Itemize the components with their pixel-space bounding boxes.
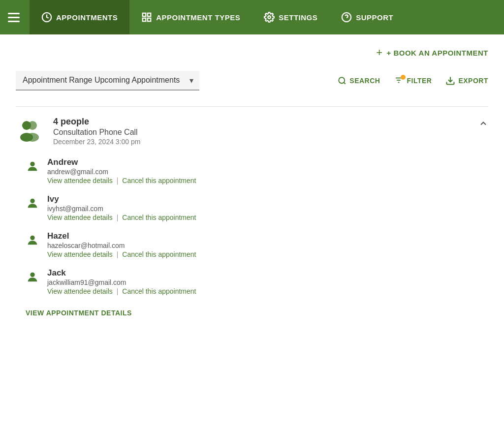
export-label: EXPORT [458, 77, 488, 85]
book-row: + + BOOK AN APPOINTMENT [16, 46, 488, 59]
nav-label-appointment-types: APPOINTMENT TYPES [156, 13, 240, 22]
attendee-email: hazeloscar@hotmail.com [47, 242, 196, 249]
appointment-date: December 23, 2024 3:00 pm [53, 138, 469, 146]
attendee-email: ivyhst@gmail.com [47, 205, 196, 213]
search-label: SEARCH [349, 77, 380, 85]
attendee-actions: View attendee details | Cancel this appo… [47, 250, 196, 258]
cancel-appointment-link[interactable]: Cancel this appointment [122, 214, 196, 221]
plus-icon: + [376, 46, 382, 59]
appointment-type: Consultation Phone Call [53, 128, 469, 137]
attendee-name: Andrew [47, 157, 196, 167]
attendee-actions: View attendee details | Cancel this appo… [47, 177, 196, 184]
nav-item-support[interactable]: SUPPORT [329, 0, 405, 34]
svg-point-18 [30, 162, 34, 166]
nav-label-settings: SETTINGS [279, 13, 317, 22]
person-icon [26, 233, 39, 249]
attendee-actions: View attendee details | Cancel this appo… [47, 287, 196, 295]
svg-point-19 [30, 199, 34, 203]
person-icon [26, 159, 39, 175]
filter-icon-wrapper [394, 76, 404, 86]
cancel-appointment-link[interactable]: Cancel this appointment [122, 177, 196, 184]
view-appointment-details-button[interactable]: VIEW APPOINTMENT DETAILS [26, 309, 132, 317]
attendee-name: Jack [47, 268, 196, 278]
attendee-row: Andrew andrew@gmail.com View attendee de… [26, 157, 488, 184]
svg-point-17 [20, 133, 33, 142]
attendee-details: Andrew andrew@gmail.com View attendee de… [47, 157, 196, 184]
export-button[interactable]: EXPORT [445, 76, 488, 86]
attendee-row: Ivy ivyhst@gmail.com View attendee detai… [26, 194, 488, 221]
appointment-info: 4 people Consultation Phone Call Decembe… [53, 117, 469, 146]
filter-actions: SEARCH FILTER [338, 76, 488, 86]
export-icon [445, 76, 455, 86]
filter-button[interactable]: FILTER [394, 76, 432, 86]
svg-point-20 [30, 236, 34, 240]
attendee-details: Jack jackwilliam91@gmail.com View attend… [47, 268, 196, 295]
chevron-down-icon: ▾ [189, 76, 193, 85]
svg-point-16 [22, 121, 31, 130]
svg-rect-2 [148, 13, 151, 16]
search-button[interactable]: SEARCH [338, 76, 380, 85]
filter-row: Appointment Range Upcoming Appointments … [16, 71, 488, 91]
cancel-appointment-link[interactable]: Cancel this appointment [122, 287, 196, 295]
appointment-header: 4 people Consultation Phone Call Decembe… [16, 117, 488, 154]
nav-item-settings[interactable]: SETTINGS [252, 0, 329, 34]
nav-label-support: SUPPORT [356, 13, 393, 22]
appointment-people-count: 4 people [53, 117, 469, 127]
filter-label: FILTER [407, 77, 432, 85]
book-appointment-button[interactable]: + + BOOK AN APPOINTMENT [376, 46, 488, 59]
question-icon [341, 12, 352, 23]
attendee-email: jackwilliam91@gmail.com [47, 278, 196, 286]
separator: | [117, 250, 119, 258]
grid-icon [141, 12, 152, 23]
collapse-button[interactable] [478, 119, 488, 131]
appointment-card: 4 people Consultation Phone Call Decembe… [16, 106, 488, 317]
attendee-row: Hazel hazeloscar@hotmail.com View attend… [26, 231, 488, 258]
filter-active-dot [401, 75, 406, 80]
separator: | [117, 214, 119, 221]
range-label: Appointment Range [23, 76, 92, 84]
attendee-actions: View attendee details | Cancel this appo… [47, 214, 196, 221]
separator: | [117, 177, 119, 184]
main-content: + + BOOK AN APPOINTMENT Appointment Rang… [0, 34, 504, 329]
view-attendee-link[interactable]: View attendee details [47, 287, 113, 295]
svg-line-9 [344, 82, 346, 84]
hamburger-icon[interactable] [8, 13, 20, 22]
attendee-name: Ivy [47, 194, 196, 204]
svg-rect-3 [143, 18, 146, 21]
attendee-details: Hazel hazeloscar@hotmail.com View attend… [47, 231, 196, 258]
person-icon [26, 196, 39, 212]
attendee-details: Ivy ivyhst@gmail.com View attendee detai… [47, 194, 196, 221]
svg-point-5 [268, 16, 271, 19]
separator: | [117, 287, 119, 295]
person-icon [26, 270, 39, 286]
nav-item-appointment-types[interactable]: APPOINTMENT TYPES [129, 0, 252, 34]
chevron-up-icon [478, 119, 488, 128]
view-attendee-link[interactable]: View attendee details [47, 177, 113, 184]
cancel-appointment-link[interactable]: Cancel this appointment [122, 250, 196, 258]
view-attendee-link[interactable]: View attendee details [47, 214, 113, 221]
book-btn-label: + BOOK AN APPOINTMENT [387, 49, 488, 57]
gear-icon [264, 12, 275, 23]
attendee-name: Hazel [47, 231, 196, 241]
clock-icon [41, 12, 52, 23]
navbar: APPOINTMENTS APPOINTMENT TYPES SETTINGS … [0, 0, 504, 34]
search-icon [338, 76, 346, 85]
range-value: Upcoming Appointments [94, 76, 180, 84]
nav-item-appointments[interactable]: APPOINTMENTS [30, 0, 129, 34]
view-attendee-link[interactable]: View attendee details [47, 250, 113, 258]
svg-rect-4 [148, 18, 151, 21]
nav-label-appointments: APPOINTMENTS [56, 13, 118, 22]
attendee-email: andrew@gmail.com [47, 168, 196, 176]
group-people-icon [16, 119, 43, 144]
attendees-list: Andrew andrew@gmail.com View attendee de… [16, 157, 488, 295]
svg-point-8 [339, 77, 345, 83]
svg-rect-1 [143, 13, 146, 16]
svg-point-21 [30, 273, 34, 277]
appointment-range-select[interactable]: Appointment Range Upcoming Appointments … [16, 71, 199, 91]
attendee-row: Jack jackwilliam91@gmail.com View attend… [26, 268, 488, 295]
